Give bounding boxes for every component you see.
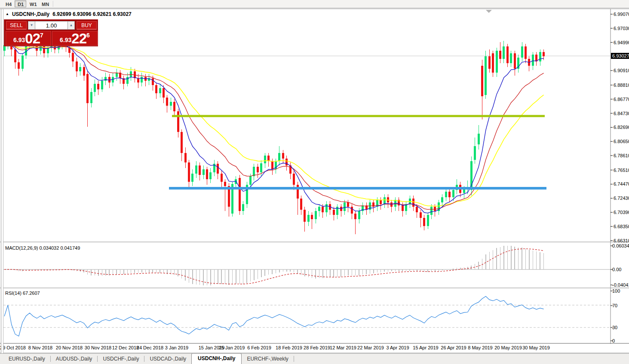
buy-price-big-digits: 22	[71, 32, 86, 45]
tab-usdcnh-daily[interactable]: USDCNH-,Daily	[191, 353, 242, 364]
candle-body	[191, 174, 193, 182]
sell-price-big-digits: 02	[25, 32, 40, 45]
timeframe-button-w1[interactable]: W1	[27, 0, 38, 7]
candle-body	[94, 84, 96, 92]
symbol-title: USDCNH-,Daily	[12, 11, 49, 17]
candle-body	[224, 182, 226, 186]
collapse-quotes-icon[interactable]: ▲	[6, 12, 9, 16]
sell-price-display[interactable]: 6.93 02 7	[6, 31, 51, 46]
candle-body	[217, 164, 219, 174]
chart-plot-area[interactable]	[0, 0, 629, 364]
date-tick-label: 24 Dec 2018	[137, 345, 163, 350]
price-tick-label: 6.76510	[614, 168, 629, 173]
current-price-tag: 6.93027	[611, 53, 629, 59]
candle-body	[423, 218, 425, 226]
chart-window-border	[0, 9, 629, 9]
ma-red-line	[4, 45, 544, 210]
candle-body	[488, 56, 491, 69]
candle-body	[18, 62, 20, 68]
candle-body	[116, 73, 118, 77]
buy-price-display[interactable]: 6.93 22 6	[52, 31, 98, 46]
candle-body	[83, 67, 85, 75]
candle-body	[199, 165, 201, 175]
candle-body	[510, 53, 512, 63]
sell-button[interactable]: SELL	[6, 21, 27, 30]
macd-panel	[3, 246, 611, 285]
candle-body	[97, 84, 99, 89]
candle-body	[481, 66, 483, 96]
date-tick-label: 6 Feb 2019	[247, 345, 271, 350]
candle-body	[380, 200, 382, 204]
date-tick-label: 26 Apr 2019	[441, 345, 466, 350]
candle-body	[242, 204, 244, 211]
volume-increase-icon[interactable]: ▲	[68, 21, 75, 30]
candle-body	[384, 197, 386, 204]
one-click-trading-panel: SELL ▼ ▲ BUY 6.93 02 7 6.93 22 6	[4, 19, 98, 46]
candle-body	[173, 102, 175, 112]
candle-body	[492, 53, 494, 73]
candle-body	[412, 199, 414, 207]
price-tick-label: 6.88810	[614, 83, 629, 88]
candle-body	[86, 74, 89, 103]
candle-body	[448, 192, 451, 197]
candle-body	[166, 98, 168, 106]
candle-body	[152, 78, 154, 85]
candle-body	[333, 210, 335, 215]
tab-audusd-daily[interactable]: AUDUSD-,Daily	[51, 354, 98, 364]
candle-body	[322, 207, 324, 212]
date-tick-label: 3 Jan 2019	[165, 345, 188, 350]
candle-body	[195, 165, 197, 174]
date-tick-label: 28 Feb 2019	[304, 345, 330, 350]
price-tick-label: 6.70390	[614, 210, 629, 215]
timeframe-button-d1[interactable]: D1	[15, 0, 26, 7]
candle-body	[525, 46, 527, 59]
rsi-scale-label: 100	[612, 288, 620, 294]
date-tick-label: 22 Mar 2019	[357, 345, 384, 350]
candle-body	[347, 202, 349, 207]
candle-body	[203, 169, 205, 175]
price-tick-label: 6.94990	[614, 40, 629, 45]
candle-body	[354, 214, 356, 219]
candle-body	[72, 53, 74, 62]
chart-header: ▲ USDCNH-,Daily 6.92699 6.93096 6.92621 …	[6, 11, 132, 17]
candle-body	[427, 215, 429, 226]
sell-price-prefix: 6.93	[13, 37, 25, 45]
buy-price-prefix: 6.93	[60, 37, 71, 45]
candle-body	[104, 77, 107, 81]
tab-usdchf-daily[interactable]: USDCHF-,Daily	[98, 354, 144, 364]
rsi-indicator-label: RSI(14) 67.2607	[5, 291, 40, 296]
volume-decrease-icon[interactable]: ▼	[28, 21, 35, 30]
candle-body	[430, 207, 433, 215]
price-tick-label: 6.90910	[614, 68, 629, 73]
date-tick-label: 25 Jan 2019	[219, 345, 245, 350]
tab-eurchf-weekly[interactable]: EURCHF-,Weekly	[242, 354, 293, 364]
price-tick-label: 6.66310	[614, 238, 629, 243]
toolbar-separator	[53, 1, 54, 7]
price-tick-label: 6.78610	[614, 153, 629, 158]
macd-scale-label: 0.060342	[612, 243, 629, 248]
timeframe-button-h4[interactable]: H4	[3, 0, 14, 7]
tab-separator	[294, 356, 294, 362]
rsi-panel	[3, 297, 611, 336]
candle-body	[474, 146, 476, 160]
volume-input[interactable]	[35, 21, 68, 30]
tab-eurusd-daily[interactable]: EURUSD-,Daily	[3, 354, 50, 364]
candle-body	[21, 55, 24, 69]
timeframe-toolbar: H4 D1 W1 MN	[0, 0, 629, 8]
candle-body	[101, 81, 103, 89]
candle-body	[126, 77, 129, 84]
candle-body	[170, 102, 172, 106]
buy-button[interactable]: BUY	[77, 21, 97, 30]
candle-body	[351, 207, 353, 214]
candle-body	[506, 46, 509, 63]
date-tick-label: 20 May 2019	[494, 345, 522, 350]
candle-body	[445, 192, 447, 197]
candle-body	[318, 207, 320, 211]
macd-indicator-label: MACD(12,26,9) 0.034032 0.041749	[5, 245, 80, 251]
timeframe-button-mn[interactable]: MN	[39, 0, 50, 7]
tab-usdcad-daily[interactable]: USDCAD-,Daily	[144, 354, 191, 364]
candle-body	[141, 77, 143, 83]
candle-body	[539, 52, 541, 62]
price-tick-label: 6.82690	[614, 125, 629, 130]
candle-body	[441, 197, 443, 203]
